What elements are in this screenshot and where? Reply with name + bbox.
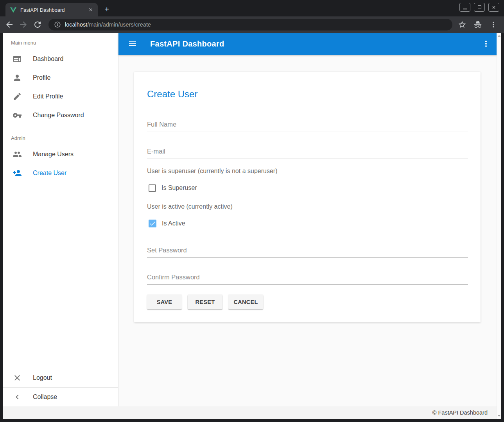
sidebar-item-dashboard[interactable]: Dashboard [3,50,118,68]
forward-icon[interactable] [19,20,28,29]
minimize-button[interactable] [459,3,470,12]
person-add-icon [13,168,22,178]
is-active-checkbox-row[interactable]: Is Active [147,219,468,228]
app-footer: © FastAPI Dashboard [3,406,501,419]
email-field[interactable]: E-mail [147,148,468,159]
tab-title: FastAPI Dashboard [20,7,88,13]
chevron-left-icon [13,392,22,402]
sidebar-bottom: Logout Collapse [3,368,118,406]
sidebar-item-label: Create User [33,170,66,177]
main-area: FastAPI Dashboard Create User Full Name … [118,33,501,406]
sidebar-item-label: Logout [33,374,52,381]
set-password-placeholder: Set Password [147,247,187,254]
close-button[interactable] [488,3,499,12]
close-icon [13,373,22,383]
key-icon [13,111,22,120]
app-title: FastAPI Dashboard [150,39,224,48]
sidebar-item-edit-profile[interactable]: Edit Profile [3,87,118,106]
confirm-password-field[interactable]: Confirm Password [147,274,468,285]
confirm-password-placeholder: Confirm Password [147,274,200,281]
sidebar-item-label: Edit Profile [33,93,63,100]
reload-icon[interactable] [33,20,42,29]
people-icon [13,150,22,159]
url-text: localhost/main/admin/users/create [65,21,151,28]
active-hint: User is active (currently active) [147,203,468,210]
hamburger-menu-icon[interactable] [128,39,137,48]
reset-button[interactable]: RESET [188,295,222,309]
create-user-card: Create User Full Name E-mail User is sup… [134,72,481,322]
new-tab-button[interactable]: + [102,5,111,14]
maximize-button[interactable] [474,3,485,12]
browser-tab[interactable]: FastAPI Dashboard [5,3,98,16]
pencil-icon [13,92,22,101]
browser-window: FastAPI Dashboard + localh [0,0,504,422]
set-password-field[interactable]: Set Password [147,247,468,258]
page-content: Create User Full Name E-mail User is sup… [118,55,501,406]
sidebar-item-profile[interactable]: Profile [3,68,118,87]
is-active-label: Is Active [162,220,185,227]
person-icon [13,73,22,82]
copyright-text: © FastAPI Dashboard [432,409,488,416]
url-host: localhost [65,21,87,28]
page-title: Create User [147,89,468,100]
sidebar: Main menu Dashboard Profile [3,33,118,406]
sidebar-item-logout[interactable]: Logout [3,368,118,387]
cancel-button[interactable]: CANCEL [228,295,263,309]
is-superuser-checkbox[interactable] [149,184,156,192]
is-active-checkbox[interactable] [149,220,156,227]
sidebar-item-create-user[interactable]: Create User [3,164,118,182]
superuser-hint: User is superuser (currently is not a su… [147,168,468,175]
back-icon[interactable] [5,20,14,29]
page-scrollbar[interactable] [497,33,501,419]
sidebar-item-label: Change Password [33,112,84,119]
window-controls [459,3,499,12]
page-info-icon[interactable] [54,21,61,28]
sidebar-item-label: Dashboard [33,55,63,63]
sidebar-item-label: Manage Users [33,151,74,158]
is-superuser-label: Is Superuser [161,184,197,191]
app-viewport: Main menu Dashboard Profile [3,33,501,419]
save-button[interactable]: SAVE [147,295,182,309]
incognito-icon [474,20,482,29]
app-toolbar: FastAPI Dashboard [118,33,501,55]
full-name-field[interactable]: Full Name [147,121,468,132]
tab-close-icon[interactable] [88,7,94,13]
toolbar-right [458,20,498,29]
sidebar-item-manage-users[interactable]: Manage Users [3,145,118,164]
url-bar[interactable]: localhost/main/admin/users/create [48,19,452,30]
web-icon [13,54,22,64]
sidebar-item-label: Collapse [33,393,57,401]
form-actions: SAVE RESET CANCEL [147,295,468,309]
url-path: /main/admin/users/create [87,21,151,28]
app-menu-dots-icon[interactable] [481,39,491,48]
browser-menu-icon[interactable] [489,20,498,29]
scrollbar-down-icon[interactable] [497,414,501,418]
scrollbar-up-icon[interactable] [497,34,501,38]
vue-logo-favicon [10,7,16,13]
sidebar-item-label: Profile [33,74,50,81]
sidebar-section-header: Main menu [3,33,118,50]
sidebar-item-change-password[interactable]: Change Password [3,106,118,125]
sidebar-section-header: Admin [3,128,118,145]
is-superuser-checkbox-row[interactable]: Is Superuser [147,183,468,193]
browser-toolbar: localhost/main/admin/users/create [0,16,504,33]
full-name-placeholder: Full Name [147,121,176,128]
sidebar-item-collapse[interactable]: Collapse [3,388,118,406]
email-placeholder: E-mail [147,148,165,155]
bookmark-star-icon[interactable] [458,20,466,29]
browser-titlebar: FastAPI Dashboard + [0,0,504,16]
